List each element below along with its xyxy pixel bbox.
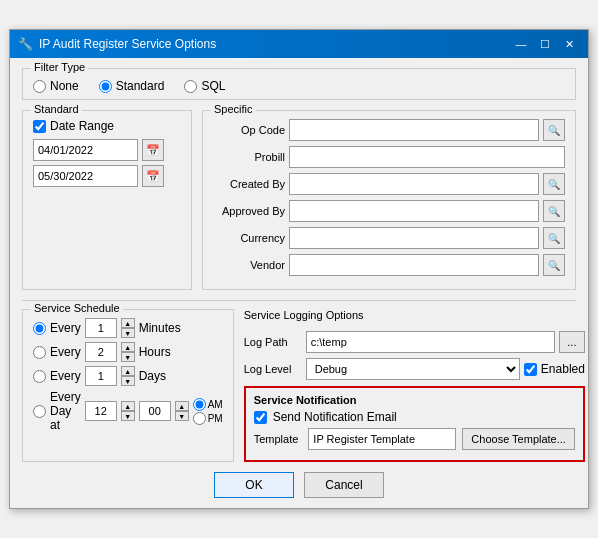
log-level-label: Log Level (244, 363, 302, 375)
schedule-daytime-radio[interactable] (33, 405, 46, 418)
currency-lookup-button[interactable]: 🔍 (543, 227, 565, 249)
filter-standard-option[interactable]: Standard (99, 79, 165, 93)
date1-calendar-button[interactable]: 📅 (142, 139, 164, 161)
log-path-label: Log Path (244, 336, 302, 348)
createdby-label: Created By (213, 178, 285, 190)
divider (22, 300, 576, 301)
filter-none-label: None (50, 79, 79, 93)
maximize-button[interactable]: ☐ (534, 35, 556, 53)
approvedby-row: Approved By 🔍 (213, 200, 565, 222)
schedule-min-up[interactable]: ▲ (175, 401, 189, 411)
filter-standard-radio[interactable] (99, 80, 112, 93)
enabled-checkbox[interactable] (524, 363, 537, 376)
schedule-everyday-label: Every Day at (50, 390, 81, 432)
dialog-buttons: OK Cancel (22, 472, 576, 498)
bottom-row: Service Schedule Every ▲ ▼ Minutes Every (22, 309, 576, 462)
probill-label: Probill (213, 151, 285, 163)
log-level-select[interactable]: Debug Info Warning Error (306, 358, 520, 380)
pm-radio[interactable] (193, 412, 206, 425)
standard-section: Standard Date Range 04/01/2022 📅 05/30/2… (22, 110, 192, 290)
schedule-hours-radio[interactable] (33, 346, 46, 359)
schedule-days-row: Every ▲ ▼ Days (33, 366, 223, 386)
currency-input[interactable] (289, 227, 539, 249)
ok-button[interactable]: OK (214, 472, 294, 498)
schedule-days-value[interactable] (85, 366, 117, 386)
schedule-hour-up[interactable]: ▲ (121, 401, 135, 411)
approvedby-lookup-button[interactable]: 🔍 (543, 200, 565, 222)
filter-type-group: Filter Type None Standard SQL (22, 68, 576, 100)
schedule-minutes-down[interactable]: ▼ (121, 328, 135, 338)
date2-input[interactable]: 05/30/2022 (33, 165, 138, 187)
schedule-days-unit: Days (139, 369, 166, 383)
app-icon: 🔧 (18, 37, 33, 51)
send-notification-checkbox[interactable] (254, 411, 267, 424)
schedule-hours-up[interactable]: ▲ (121, 342, 135, 352)
schedule-minutes-value[interactable] (85, 318, 117, 338)
schedule-hours-down[interactable]: ▼ (121, 352, 135, 362)
date1-row: 04/01/2022 📅 (33, 139, 181, 161)
date-range-label: Date Range (50, 119, 114, 133)
filter-type-label: Filter Type (31, 61, 88, 73)
date-range-checkbox[interactable] (33, 120, 46, 133)
schedule-hours-value[interactable] (85, 342, 117, 362)
pm-option[interactable]: PM (193, 412, 223, 425)
filter-standard-label: Standard (116, 79, 165, 93)
template-input[interactable]: IP Register Template (308, 428, 456, 450)
date1-input[interactable]: 04/01/2022 (33, 139, 138, 161)
dialog-window: 🔧 IP Audit Register Service Options — ☐ … (9, 29, 589, 509)
schedule-hour-value[interactable] (85, 401, 117, 421)
filter-none-radio[interactable] (33, 80, 46, 93)
choose-template-button[interactable]: Choose Template... (462, 428, 575, 450)
schedule-days-radio[interactable] (33, 370, 46, 383)
enabled-label: Enabled (541, 362, 585, 376)
log-browse-button[interactable]: ... (559, 331, 585, 353)
filter-none-option[interactable]: None (33, 79, 79, 93)
schedule-min-value[interactable] (139, 401, 171, 421)
schedule-every-label3: Every (50, 369, 81, 383)
close-button[interactable]: ✕ (558, 35, 580, 53)
cancel-button[interactable]: Cancel (304, 472, 384, 498)
log-level-row: Log Level Debug Info Warning Error Enabl… (244, 358, 585, 380)
schedule-hour-spinner: ▲ ▼ (121, 401, 135, 421)
opcode-input[interactable] (289, 119, 539, 141)
date2-calendar-button[interactable]: 📅 (142, 165, 164, 187)
schedule-days-down[interactable]: ▼ (121, 376, 135, 386)
vendor-label: Vendor (213, 259, 285, 271)
schedule-min-down[interactable]: ▼ (175, 411, 189, 421)
specific-label: Specific (211, 103, 256, 115)
opcode-row: Op Code 🔍 (213, 119, 565, 141)
schedule-hour-down[interactable]: ▼ (121, 411, 135, 421)
schedule-hours-spinner: ▲ ▼ (121, 342, 135, 362)
createdby-input[interactable] (289, 173, 539, 195)
logging-top: Log Path c:\temp ... Log Level Debug Inf… (244, 331, 585, 380)
schedule-daytime-row: Every Day at ▲ ▼ ▲ ▼ AM (33, 390, 223, 432)
schedule-minutes-spinner: ▲ ▼ (121, 318, 135, 338)
schedule-label: Service Schedule (31, 302, 123, 314)
log-path-input[interactable]: c:\temp (306, 331, 555, 353)
filter-sql-option[interactable]: SQL (184, 79, 225, 93)
vendor-lookup-button[interactable]: 🔍 (543, 254, 565, 276)
schedule-days-up[interactable]: ▲ (121, 366, 135, 376)
title-bar: 🔧 IP Audit Register Service Options — ☐ … (10, 30, 588, 58)
probill-input[interactable] (289, 146, 565, 168)
approvedby-input[interactable] (289, 200, 539, 222)
am-option[interactable]: AM (193, 398, 223, 411)
schedule-minutes-radio[interactable] (33, 322, 46, 335)
main-row: Standard Date Range 04/01/2022 📅 05/30/2… (22, 110, 576, 290)
schedule-minutes-row: Every ▲ ▼ Minutes (33, 318, 223, 338)
vendor-input[interactable] (289, 254, 539, 276)
schedule-section: Service Schedule Every ▲ ▼ Minutes Every (22, 309, 234, 462)
logging-section: Service Logging Options Log Path c:\temp… (244, 309, 585, 462)
ampm-group: AM PM (193, 398, 223, 425)
schedule-hours-row: Every ▲ ▼ Hours (33, 342, 223, 362)
filter-sql-label: SQL (201, 79, 225, 93)
filter-sql-radio[interactable] (184, 80, 197, 93)
am-radio[interactable] (193, 398, 206, 411)
schedule-every-label2: Every (50, 345, 81, 359)
template-row: Template IP Register Template Choose Tem… (254, 428, 575, 450)
createdby-lookup-button[interactable]: 🔍 (543, 173, 565, 195)
schedule-minutes-up[interactable]: ▲ (121, 318, 135, 328)
opcode-lookup-button[interactable]: 🔍 (543, 119, 565, 141)
title-buttons: — ☐ ✕ (510, 35, 580, 53)
minimize-button[interactable]: — (510, 35, 532, 53)
